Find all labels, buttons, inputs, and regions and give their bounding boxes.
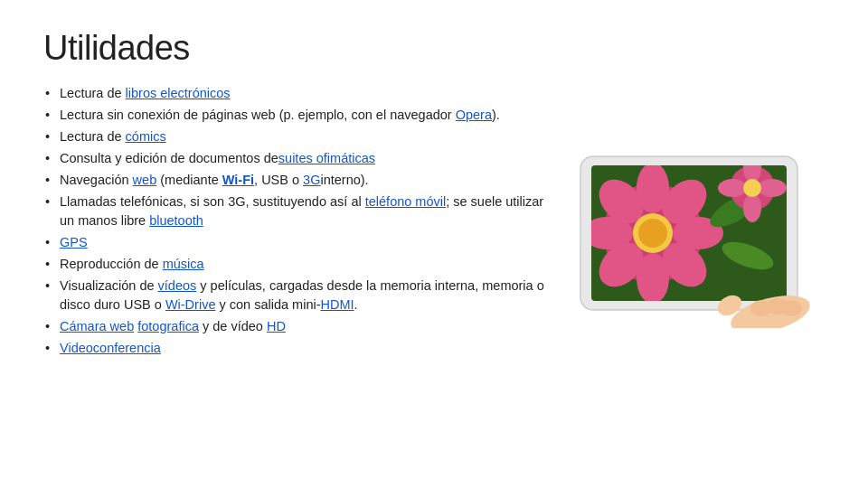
svg-point-19 [743,193,761,222]
svg-point-27 [782,300,802,316]
link-comics[interactable]: cómics [126,129,166,144]
link-videoconferencia[interactable]: Videoconferencia [60,341,161,355]
link-hdmi[interactable]: HDMI [321,297,354,312]
utilidades-list: Lectura de libros electrónicos Lectura s… [43,84,544,358]
page: Utilidades Lectura de libros electrónico… [0,0,868,379]
link-camara[interactable]: Cámara web [60,319,134,333]
link-widrive[interactable]: Wi-Drive [165,297,216,312]
link-telefono[interactable]: teléfono móvil [365,194,446,209]
link-web[interactable]: web [133,173,157,187]
page-title: Utilidades [43,29,825,68]
list-item: Lectura de cómics [43,127,544,146]
svg-point-22 [743,179,761,197]
svg-point-14 [638,219,667,248]
link-suites[interactable]: suites ofimáticas [278,151,375,165]
svg-point-21 [758,179,787,197]
link-opera[interactable]: Opera [456,108,492,122]
list-item: Consulta y edición de documentos desuite… [43,149,544,168]
list-item: Reproducción de música [43,255,544,274]
link-bluetooth[interactable]: bluetooth [149,213,203,228]
link-hd[interactable]: HD [267,319,286,333]
list-item: Cámara web fotografica y de vídeo HD [43,317,544,336]
content-area: Lectura de libros electrónicos Lectura s… [43,84,825,361]
svg-point-20 [718,179,747,197]
list-item: Lectura de libros electrónicos [43,84,544,103]
list-item: Llamadas telefónicas, si son 3G, sustitu… [43,192,544,230]
list-item: Visualización de vídeos y películas, car… [43,277,544,314]
link-fotografica[interactable]: fotografica [137,319,199,333]
tablet-image-area [553,138,825,331]
link-musica[interactable]: música [163,257,204,271]
link-wifi[interactable]: Wi-Fi [222,173,254,187]
list-item: Lectura sin conexión de páginas web (p. … [43,106,544,125]
list-item: GPS [43,233,544,252]
link-3g[interactable]: 3G [303,173,320,187]
link-gps[interactable]: GPS [60,235,88,249]
list-item: Videoconferencia [43,339,544,358]
list-item: Navegación web (mediante Wi-Fi, USB o 3G… [43,171,544,190]
link-libros[interactable]: libros electrónicos [126,86,231,100]
tablet-illustration [553,138,825,328]
link-videos[interactable]: vídeos [158,278,197,293]
text-area: Lectura de libros electrónicos Lectura s… [43,84,544,361]
